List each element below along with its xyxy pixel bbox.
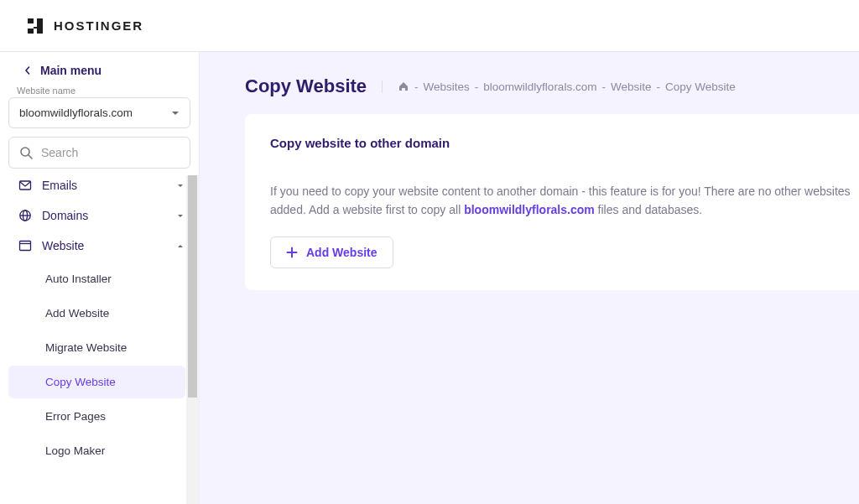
breadcrumb-current: Copy Website [665,81,736,93]
title-bar: Copy Website - Websites - bloomwildlyflo… [245,75,859,97]
sidebar-nav-scroll: Emails Domains Website Auto Installer Ad… [0,175,199,504]
sidebar-sub-error-pages[interactable]: Error Pages [8,400,185,433]
brand-text: HOSTINGER [54,18,143,33]
breadcrumb-sep: - [414,81,419,93]
breadcrumb-websites[interactable]: Websites [424,81,470,93]
sidebar-sub-add-website[interactable]: Add Website [8,297,185,330]
breadcrumb-website[interactable]: Website [611,81,652,93]
caret-down-icon [177,184,184,188]
scrollbar-thumb[interactable] [188,175,197,397]
sidebar-item-website[interactable]: Website [0,231,199,261]
card-text-after: files and databases. [595,203,702,216]
page-title: Copy Website [245,75,367,97]
breadcrumb-sep: - [601,81,606,93]
sidebar-sub-logo-maker[interactable]: Logo Maker [8,434,185,467]
sidebar-sub-copy-website[interactable]: Copy Website [8,366,185,398]
caret-down-icon [171,111,180,116]
sidebar-sub-migrate-website[interactable]: Migrate Website [8,331,185,364]
sidebar-sub-auto-installer[interactable]: Auto Installer [8,262,185,295]
card-text-domain: bloomwildlyflorals.com [464,203,595,216]
sidebar-item-emails[interactable]: Emails [0,175,199,200]
search-input[interactable] [41,146,188,159]
mail-icon [18,179,32,192]
globe-icon [18,209,32,222]
sidebar-item-domains[interactable]: Domains [0,200,199,231]
sidebar-item-label: Domains [42,209,167,222]
content-area: Copy Website - Websites - bloomwildlyflo… [200,52,859,504]
breadcrumb-sep: - [475,81,479,93]
main-menu-back[interactable]: Main menu [0,52,199,86]
sidebar-item-label: Emails [42,179,167,192]
breadcrumb: - Websites - bloomwildlyflorals.com - We… [382,81,736,93]
caret-up-icon [177,244,184,248]
breadcrumb-sep: - [656,81,660,93]
website-dropdown-label: Website name [0,86,199,97]
svg-rect-6 [20,242,31,251]
sidebar-item-label: Website [42,239,167,252]
svg-line-1 [29,155,32,158]
browser-icon [18,239,32,252]
search-icon [19,146,33,159]
scrollbar-track[interactable] [186,175,199,504]
chevron-left-icon [23,66,32,75]
card-description: If you need to copy your website content… [270,182,859,220]
breadcrumb-domain[interactable]: bloomwildlyflorals.com [483,81,596,93]
website-dropdown[interactable]: bloomwildlyflorals.com [8,97,190,128]
add-website-button[interactable]: Add Website [270,236,393,268]
brand-logo[interactable]: HOSTINGER [25,16,143,36]
website-dropdown-value: bloomwildlyflorals.com [19,107,133,119]
copy-website-card: Copy website to other domain If you need… [245,114,859,290]
card-title: Copy website to other domain [270,136,859,150]
caret-down-icon [177,214,184,218]
add-website-label: Add Website [306,246,377,259]
logo-icon [25,16,45,36]
plus-icon [286,247,298,258]
sidebar: Main menu Website name bloomwildlyfloral… [0,52,200,504]
search-field[interactable] [8,137,190,169]
main-menu-label: Main menu [40,64,102,77]
home-icon[interactable] [398,81,409,92]
app-header: HOSTINGER [0,0,859,52]
